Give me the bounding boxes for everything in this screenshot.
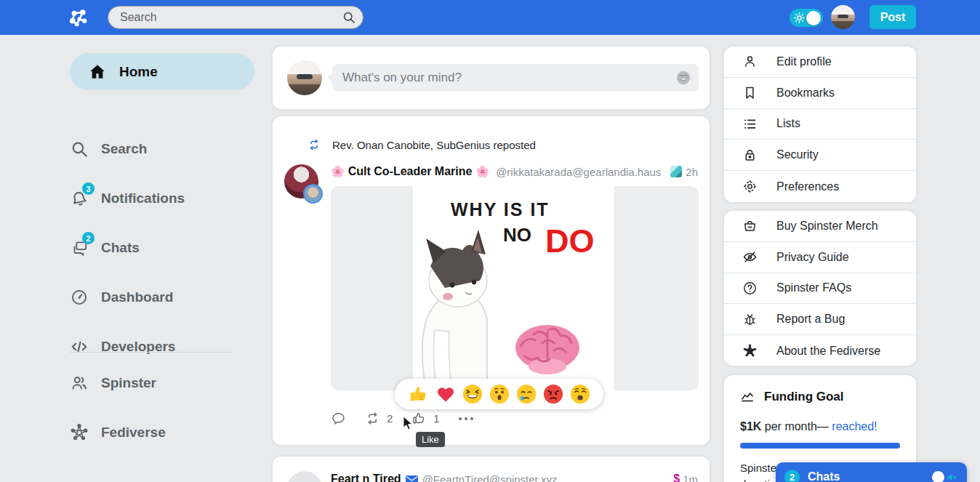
- flower-emoji: 🌸: [331, 165, 345, 178]
- repost-count: 2: [387, 412, 393, 425]
- blue-envelope-icon: [406, 475, 418, 482]
- eye-slash-icon: [742, 249, 758, 265]
- mouse-cursor: [403, 416, 414, 431]
- meme-text-2: NO: [503, 224, 531, 246]
- funding-reached-link[interactable]: reached!: [832, 420, 877, 433]
- composer-card: [273, 47, 710, 109]
- reaction-weary-icon[interactable]: [569, 383, 591, 405]
- top-bar: Post: [0, 0, 980, 35]
- composer-bubble: [332, 64, 699, 92]
- chart-icon: [740, 390, 755, 404]
- menu-item-privacy-guide[interactable]: Privacy Guide: [724, 242, 916, 273]
- post-button[interactable]: Post: [869, 5, 916, 29]
- menu-item-bookmarks[interactable]: Bookmarks: [724, 78, 916, 109]
- miku-emoji-icon: [670, 166, 682, 177]
- resources-menu: Buy Spinster Merch Privacy Guide Spinste…: [724, 211, 916, 366]
- sidebar-item-developers[interactable]: Developers: [70, 336, 175, 358]
- like-button[interactable]: 1: [411, 411, 439, 426]
- sidebar-item-dashboard[interactable]: Dashboard: [70, 286, 173, 308]
- question-circle-icon: [742, 281, 758, 296]
- post-action-bar: 2 1: [331, 411, 473, 426]
- menu-item-report-bug[interactable]: Report a Bug: [724, 304, 916, 335]
- bookmark-icon: [742, 85, 758, 100]
- post-timestamp[interactable]: 1m: [683, 473, 698, 482]
- display-name[interactable]: Cult Co-Leader Marine: [348, 165, 473, 178]
- reaction-laughing-icon[interactable]: [462, 383, 483, 405]
- fediverse-icon: [70, 423, 89, 442]
- fediverse-star-icon: [742, 343, 758, 358]
- chats-sound-toggle[interactable]: [932, 471, 958, 482]
- menu-item-edit-profile[interactable]: Edit profile: [724, 47, 916, 78]
- avatar[interactable]: [287, 60, 322, 95]
- spinster-app: Post Home Search 3 Notifications 2 Chats: [0, 0, 980, 482]
- toggle-knob: [806, 11, 821, 25]
- post-timestamp[interactable]: 2h: [686, 166, 698, 178]
- avatar[interactable]: [287, 471, 322, 482]
- funding-amount: $1K: [740, 420, 761, 433]
- emoji-picker-icon[interactable]: [675, 70, 691, 86]
- post-author-avatar[interactable]: [284, 164, 318, 198]
- reposter-mini-avatar[interactable]: [303, 184, 323, 204]
- composer-input[interactable]: [332, 64, 699, 92]
- next-post-header: Feart n Tired @FeartnTired@spinster.xyz …: [331, 473, 698, 482]
- menu-item-merch[interactable]: Buy Spinster Merch: [724, 211, 916, 242]
- meme-text-1: WHY IS IT: [451, 199, 550, 220]
- repost-icon: [308, 138, 321, 151]
- theme-toggle[interactable]: [790, 9, 823, 27]
- sidebar-item-fediverse[interactable]: Fediverse: [70, 422, 166, 443]
- menu-item-lists[interactable]: Lists: [724, 109, 916, 140]
- spinster-logo-icon[interactable]: [68, 7, 89, 28]
- sidebar-divider: [70, 352, 231, 353]
- chat-bubbles-icon: 2: [70, 238, 89, 257]
- funding-title: Funding Goal: [764, 390, 844, 404]
- menu-item-faqs[interactable]: Spinster FAQs: [724, 273, 916, 305]
- sidebar-item-chats[interactable]: 2 Chats: [70, 237, 140, 259]
- sidebar-item-home[interactable]: Home: [70, 53, 254, 90]
- account-handle[interactable]: @rikkatakarada@gearlandia.haus: [496, 166, 661, 178]
- search-icon[interactable]: [342, 10, 356, 25]
- meme-text-3: DO: [545, 222, 595, 260]
- sun-icon: [793, 12, 806, 24]
- funding-status: $1K per month— reached!: [740, 420, 900, 433]
- funding-progress-bar: [740, 443, 900, 449]
- flower-emoji: 🌸: [475, 165, 489, 178]
- repost-button[interactable]: 2: [365, 411, 393, 426]
- chats-badge: 2: [82, 232, 95, 244]
- speaker-muted-icon: [946, 471, 958, 482]
- meme-image: WHY IS IT NO DO: [413, 186, 614, 390]
- post-header: 🌸 Cult Co-Leader Marine 🌸 @rikkatakarada…: [331, 165, 698, 178]
- thumbs-up-icon: [411, 411, 427, 426]
- search-input[interactable]: [108, 6, 364, 29]
- chats-dock-bar[interactable]: 2 Chats: [776, 462, 967, 482]
- sidebar-item-notifications[interactable]: 3 Notifications: [70, 188, 185, 209]
- like-tooltip: Like: [416, 432, 445, 447]
- repost-icon: [365, 411, 380, 426]
- reaction-surprised-icon[interactable]: [489, 383, 510, 405]
- display-name[interactable]: Feart n Tired: [331, 473, 401, 482]
- lock-icon: [742, 148, 758, 163]
- sidebar-item-search[interactable]: Search: [70, 138, 147, 160]
- reaction-angry-icon[interactable]: [542, 383, 564, 405]
- chats-label: Chats: [808, 470, 840, 482]
- next-post-card: Feart n Tired @FeartnTired@spinster.xyz …: [273, 457, 710, 482]
- account-handle[interactable]: @FeartnTired@spinster.xyz: [422, 473, 558, 482]
- funding-period: per month: [761, 420, 816, 433]
- post-image-attachment[interactable]: WHY IS IT NO DO: [331, 186, 699, 390]
- comment-button[interactable]: [331, 411, 346, 426]
- reaction-crying-icon[interactable]: [515, 383, 537, 405]
- menu-item-security[interactable]: Security: [724, 140, 916, 171]
- bug-icon: [742, 312, 758, 327]
- menu-item-about-fediverse[interactable]: About the Fediverse: [724, 335, 916, 366]
- menu-item-preferences[interactable]: Preferences: [724, 171, 916, 202]
- basket-icon: [742, 218, 758, 233]
- reaction-thumbs-up-icon[interactable]: [408, 383, 430, 405]
- dollar-emoji: $: [673, 473, 680, 482]
- comment-icon: [331, 411, 346, 426]
- sidebar-item-spinster[interactable]: Spinster: [70, 372, 156, 394]
- profile-avatar[interactable]: [831, 5, 855, 29]
- code-icon: [70, 337, 89, 356]
- reaction-heart-icon[interactable]: [435, 383, 457, 405]
- left-sidebar: Home Search 3 Notifications 2 Chats Dash…: [70, 35, 254, 482]
- header-search: [108, 6, 364, 29]
- more-options-button[interactable]: [459, 417, 473, 420]
